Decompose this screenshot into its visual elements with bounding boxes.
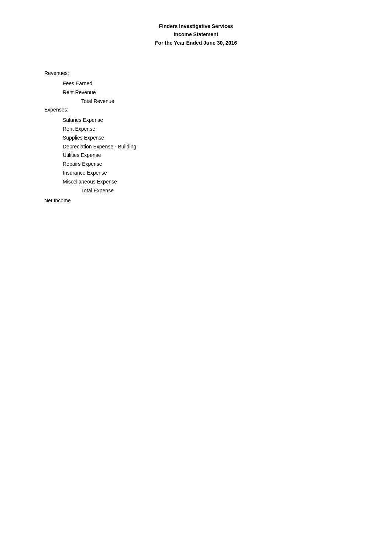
fees-earned: Fees Earned [63, 79, 370, 88]
insurance-expense-label: Insurance Expense [63, 170, 107, 176]
statement-period: For the Year Ended June 30, 2016 [22, 39, 370, 47]
company-name: Finders Investigative Services [22, 22, 370, 30]
rent-expense: Rent Expense [63, 125, 370, 134]
utilities-expense-label: Utilities Expense [63, 152, 101, 158]
salaries-expense: Salaries Expense [63, 116, 370, 125]
total-revenue: Total Revenue [81, 97, 370, 106]
miscellaneous-expense-label: Miscellaneous Expense [63, 179, 117, 185]
rent-revenue-label: Rent Revenue [63, 89, 96, 95]
total-expense: Total Expense [81, 186, 370, 195]
total-expense-label: Total Expense [81, 188, 114, 193]
net-income-label: Net Income [44, 198, 71, 203]
revenues-label: Revenues: [44, 69, 370, 78]
statement-title: Income Statement [22, 30, 370, 38]
rent-revenue: Rent Revenue [63, 88, 370, 97]
income-statement-body: Revenues: Fees Earned Rent Revenue Total… [44, 69, 370, 205]
fees-earned-label: Fees Earned [63, 80, 92, 86]
page: Finders Investigative Services Income St… [0, 0, 392, 556]
rent-expense-label: Rent Expense [63, 126, 95, 132]
supplies-expense-label: Supplies Expense [63, 135, 104, 141]
depreciation-expense-building: Depreciation Expense - Building [63, 143, 370, 151]
salaries-expense-label: Salaries Expense [63, 117, 103, 123]
repairs-expense: Repairs Expense [63, 160, 370, 169]
expenses-label: Expenses: [44, 106, 370, 114]
depreciation-expense-building-label: Depreciation Expense - Building [63, 144, 136, 150]
miscellaneous-expense: Miscellaneous Expense [63, 178, 370, 186]
report-header: Finders Investigative Services Income St… [22, 22, 370, 47]
net-income: Net Income [44, 196, 370, 205]
utilities-expense: Utilities Expense [63, 151, 370, 160]
total-revenue-label: Total Revenue [81, 98, 114, 104]
supplies-expense: Supplies Expense [63, 134, 370, 143]
insurance-expense: Insurance Expense [63, 169, 370, 178]
repairs-expense-label: Repairs Expense [63, 161, 102, 167]
